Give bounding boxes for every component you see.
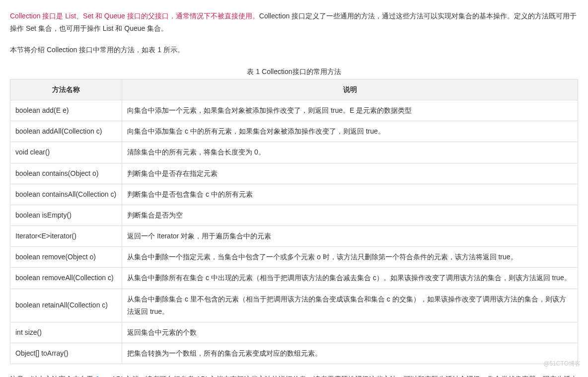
description-cell: 向集合中添加一个元素，如果集合对象被添加操作改变了，则返回 true。E 是元素… [122, 100, 578, 121]
table-header-row: 方法名称 说明 [10, 79, 578, 100]
method-cell: Object[] toArray() [10, 343, 122, 364]
description-cell: 判断集合中是否存在指定元素 [122, 163, 578, 184]
methods-table: 方法名称 说明 boolean add(E e)向集合中添加一个元素，如果集合对… [10, 79, 578, 365]
table-row: boolean containsAll(Collection c)判断集合中是否… [10, 184, 578, 205]
method-cell: boolean remove(Object o) [10, 247, 122, 268]
header-description: 说明 [122, 79, 578, 100]
table-row: Iterator<E>iterator()返回一个 Iterator 对象，用于… [10, 226, 578, 247]
table-caption: 表 1 Collection接口的常用方法 [10, 66, 578, 78]
java-link[interactable]: Java [95, 375, 110, 377]
description-cell: 从集合中删除所有在集合 c 中出现的元素（相当于把调用该方法的集合减去集合 c）… [122, 268, 578, 289]
intro-paragraph-1: Collection 接口是 List、Set 和 Queue 接口的父接口，通… [10, 10, 578, 35]
description-cell: 返回一个 Iterator 对象，用于遍历集合中的元素 [122, 226, 578, 247]
method-cell: Iterator<E>iterator() [10, 226, 122, 247]
description-cell: 向集合中添加集合 c 中的所有元素，如果集合对象被添加操作改变了，则返回 tru… [122, 121, 578, 142]
description-cell: 从集合中删除一个指定元素，当集合中包含了一个或多个元素 o 时，该方法只删除第一… [122, 247, 578, 268]
table-body: boolean add(E e)向集合中添加一个元素，如果集合对象被添加操作改变… [10, 100, 578, 364]
table-row: boolean addAll(Collection c)向集合中添加集合 c 中… [10, 121, 578, 142]
method-cell: boolean isEmpty() [10, 205, 122, 226]
table-row: boolean add(E e)向集合中添加一个元素，如果集合对象被添加操作改变… [10, 100, 578, 121]
table-row: boolean remove(Object o)从集合中删除一个指定元素，当集合… [10, 247, 578, 268]
method-cell: boolean retainAll(Collection c) [10, 289, 122, 322]
intro-paragraph-2: 本节将介绍 Collection 接口中常用的方法，如表 1 所示。 [10, 44, 578, 56]
method-cell: void clear() [10, 142, 122, 163]
table-row: boolean retainAll(Collection c)从集合中删除集合 … [10, 289, 578, 322]
description-cell: 清除集合中的所有元素，将集合长度变为 0。 [122, 142, 578, 163]
method-cell: boolean contains(Object o) [10, 163, 122, 184]
method-cell: int size() [10, 322, 122, 343]
method-cell: boolean addAll(Collection c) [10, 121, 122, 142]
table-row: Object[] toArray()把集合转换为一个数组，所有的集合元素变成对应… [10, 343, 578, 364]
intro-highlight: Collection 接口是 List、Set 和 Queue 接口的父接口，通… [10, 12, 259, 20]
description-cell: 判断集合是否为空 [122, 205, 578, 226]
table-row: boolean isEmpty()判断集合是否为空 [10, 205, 578, 226]
method-cell: boolean add(E e) [10, 100, 122, 121]
description-cell: 把集合转换为一个数组，所有的集合元素变成对应的数组元素。 [122, 343, 578, 364]
header-method: 方法名称 [10, 79, 122, 100]
note-prefix: 注意：以上方法完全来自于 [10, 375, 95, 377]
table-row: boolean contains(Object o)判断集合中是否存在指定元素 [10, 163, 578, 184]
table-row: boolean removeAll(Collection c)从集合中删除所有在… [10, 268, 578, 289]
table-row: void clear()清除集合中的所有元素，将集合长度变为 0。 [10, 142, 578, 163]
description-cell: 从集合中删除集合 c 里不包含的元素（相当于把调用该方法的集合变成该集合和集合 … [122, 289, 578, 322]
note-paragraph: 注意：以上方法完全来自于 Java API 文档，读者可自行参考 API 文档来… [10, 373, 578, 377]
table-row: int size()返回集合中元素的个数 [10, 322, 578, 343]
method-cell: boolean removeAll(Collection c) [10, 268, 122, 289]
description-cell: 判断集合中是否包含集合 c 中的所有元素 [122, 184, 578, 205]
method-cell: boolean containsAll(Collection c) [10, 184, 122, 205]
description-cell: 返回集合中元素的个数 [122, 322, 578, 343]
